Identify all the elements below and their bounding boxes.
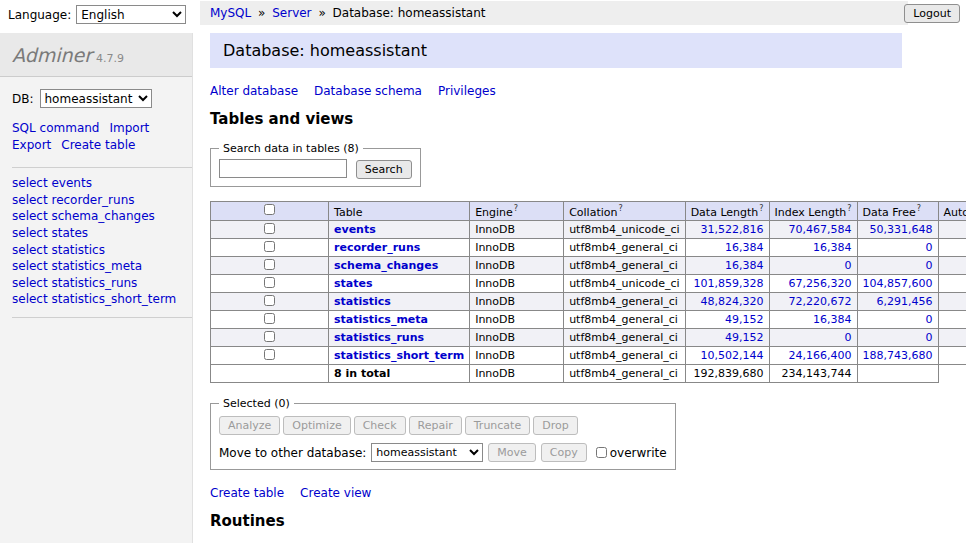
column-help-link[interactable]: ? xyxy=(847,204,851,213)
table-name-link[interactable]: statistics xyxy=(334,295,391,308)
column-help-link[interactable]: ? xyxy=(514,204,518,213)
index-length-link[interactable]: 24,166,400 xyxy=(789,349,852,362)
totals-row: 8 in total InnoDB utf8mb4_general_ci 192… xyxy=(211,365,966,383)
data-length-cell: 16,384 xyxy=(685,257,769,275)
copy-button[interactable]: Copy xyxy=(541,443,587,462)
logout-button[interactable]: Logout xyxy=(904,4,960,23)
data-free-link[interactable]: 50,331,648 xyxy=(870,223,933,236)
sidebar-select-table-link[interactable]: select events xyxy=(12,176,192,193)
engine-cell: InnoDB xyxy=(470,257,564,275)
sidebar-select-table-link[interactable]: select recorder_runs xyxy=(12,192,192,209)
data-length-link[interactable]: 49,152 xyxy=(725,313,764,326)
data-length-link[interactable]: 101,859,328 xyxy=(694,277,764,290)
data-length-link[interactable]: 31,522,816 xyxy=(701,223,764,236)
data-free-link[interactable]: 0 xyxy=(926,259,933,272)
sidebar-select-table-link[interactable]: select states xyxy=(12,226,192,243)
selected-legend: Selected (0) xyxy=(219,397,294,410)
sidebar-command-link[interactable]: Export xyxy=(12,138,51,152)
data-length-link[interactable]: 16,384 xyxy=(725,259,764,272)
table-name-link[interactable]: states xyxy=(334,277,373,290)
database-action-link[interactable]: Database schema xyxy=(314,84,422,98)
column-help-link[interactable]: ? xyxy=(618,204,622,213)
sidebar-select-table-link[interactable]: select schema_changes xyxy=(12,209,192,226)
selected-action-button[interactable]: Repair xyxy=(409,416,462,435)
index-length-link[interactable]: 67,256,320 xyxy=(789,277,852,290)
database-action-link[interactable]: Privileges xyxy=(438,84,496,98)
table-name-link[interactable]: events xyxy=(334,223,376,236)
column-header: Data Free? xyxy=(857,201,938,221)
row-select-cell xyxy=(211,311,329,329)
sidebar-select-table-link[interactable]: select statistics xyxy=(12,242,192,259)
selected-action-button[interactable]: Optimize xyxy=(283,416,350,435)
sidebar-command-link[interactable]: Create table xyxy=(61,138,135,152)
sidebar-select-table-link[interactable]: select statistics_short_term xyxy=(12,292,192,309)
data-length-link[interactable]: 49,152 xyxy=(725,331,764,344)
selected-action-button[interactable]: Truncate xyxy=(465,416,530,435)
column-help-link[interactable]: ? xyxy=(759,204,763,213)
index-length-link[interactable]: 16,384 xyxy=(813,241,852,254)
search-button[interactable]: Search xyxy=(356,160,412,179)
select-all-checkbox[interactable] xyxy=(264,204,275,215)
data-free-link[interactable]: 188,743,680 xyxy=(863,349,933,362)
data-free-link[interactable]: 104,857,600 xyxy=(863,277,933,290)
breadcrumb-link-mysql[interactable]: MySQL xyxy=(210,6,251,20)
database-action-link[interactable]: Alter database xyxy=(210,84,298,98)
collation-cell: utf8mb4_general_ci xyxy=(564,347,685,365)
collation-cell: utf8mb4_unicode_ci xyxy=(564,221,685,239)
table-name-link[interactable]: statistics_meta xyxy=(334,313,428,326)
index-length-link[interactable]: 72,220,672 xyxy=(789,295,852,308)
auto-increment-cell: 33,398,984 xyxy=(938,275,966,293)
search-input[interactable] xyxy=(219,159,347,178)
row-checkbox[interactable] xyxy=(264,295,275,306)
language-select[interactable]: English xyxy=(76,5,186,24)
move-database-select[interactable]: homeassistant xyxy=(371,443,483,462)
create-link[interactable]: Create table xyxy=(210,486,284,500)
table-row: statistics_runs InnoDB utf8mb4_general_c… xyxy=(211,329,966,347)
data-length-link[interactable]: 48,824,320 xyxy=(701,295,764,308)
overwrite-checkbox[interactable] xyxy=(596,447,607,458)
table-header-row: Table Engine? Collation? Data Length? In… xyxy=(211,201,966,221)
row-checkbox[interactable] xyxy=(264,241,275,252)
table-name-link[interactable]: statistics_runs xyxy=(334,331,424,344)
selected-action-button[interactable]: Analyze xyxy=(219,416,280,435)
data-free-link[interactable]: 6,291,456 xyxy=(877,295,933,308)
index-length-link[interactable]: 16,384 xyxy=(813,313,852,326)
index-length-link[interactable]: 70,467,584 xyxy=(789,223,852,236)
db-select[interactable]: homeassistant xyxy=(40,89,152,108)
row-checkbox[interactable] xyxy=(264,331,275,342)
row-checkbox[interactable] xyxy=(264,313,275,324)
data-free-link[interactable]: 0 xyxy=(926,313,933,326)
data-length-link[interactable]: 10,502,144 xyxy=(701,349,764,362)
data-length-link[interactable]: 16,384 xyxy=(725,241,764,254)
sidebar-select-table-link[interactable]: select statistics_runs xyxy=(12,275,192,292)
column-header: Collation? xyxy=(564,201,685,221)
column-help-link[interactable]: ? xyxy=(917,204,921,213)
table-name-cell: statistics_runs xyxy=(329,329,470,347)
breadcrumb-separator: » xyxy=(318,6,325,20)
sidebar-command-link[interactable]: SQL command xyxy=(12,121,99,135)
move-button[interactable]: Move xyxy=(488,443,536,462)
table-name-link[interactable]: schema_changes xyxy=(334,259,438,272)
selected-action-button[interactable]: Check xyxy=(354,416,406,435)
row-checkbox[interactable] xyxy=(264,277,275,288)
sidebar-select-table-link[interactable]: select statistics_meta xyxy=(12,259,192,276)
data-length-cell: 49,152 xyxy=(685,329,769,347)
table-name-link[interactable]: statistics_short_term xyxy=(334,349,464,362)
table-name-link[interactable]: recorder_runs xyxy=(334,241,420,254)
data-free-link[interactable]: 0 xyxy=(926,241,933,254)
index-length-link[interactable]: 0 xyxy=(845,331,852,344)
row-checkbox[interactable] xyxy=(264,349,275,360)
index-length-link[interactable]: 0 xyxy=(845,259,852,272)
row-checkbox[interactable] xyxy=(264,223,275,234)
create-link[interactable]: Create view xyxy=(300,486,371,500)
engine-cell: InnoDB xyxy=(470,311,564,329)
data-free-link[interactable]: 0 xyxy=(926,331,933,344)
sidebar-command-link[interactable]: Import xyxy=(109,121,149,135)
breadcrumb-link-server[interactable]: Server xyxy=(272,6,311,20)
row-checkbox[interactable] xyxy=(264,259,275,270)
selected-action-button[interactable]: Drop xyxy=(533,416,577,435)
sidebar: Adminer4.7.9 DB: homeassistant SQL comma… xyxy=(0,33,193,543)
column-header: Auto Increment? xyxy=(938,201,966,221)
table-body: events InnoDB utf8mb4_unicode_ci 31,522,… xyxy=(211,221,966,365)
app-header: Adminer4.7.9 xyxy=(0,33,192,77)
